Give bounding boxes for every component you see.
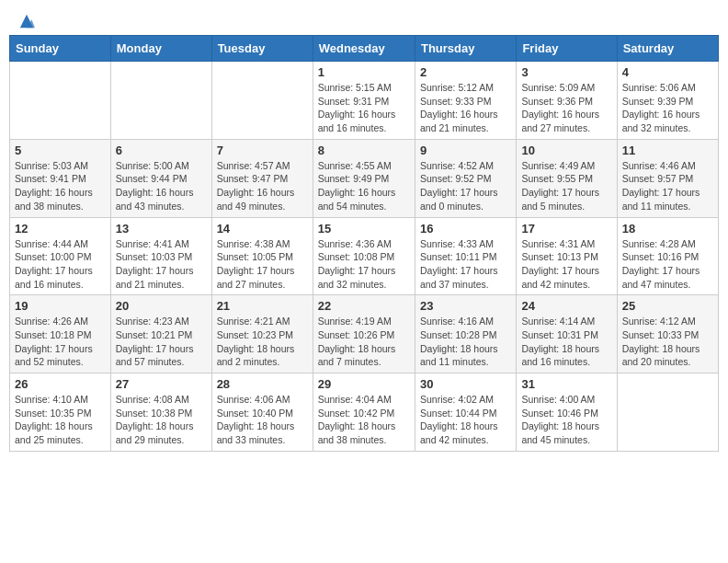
day-number: 15: [318, 222, 410, 236]
calendar-week-row: 12Sunrise: 4:44 AM Sunset: 10:00 PM Dayl…: [10, 217, 719, 295]
calendar-cell: 28Sunrise: 4:06 AM Sunset: 10:40 PM Dayl…: [211, 373, 313, 452]
day-number: 27: [116, 377, 207, 391]
day-number: 12: [15, 222, 106, 236]
calendar-cell: 29Sunrise: 4:04 AM Sunset: 10:42 PM Dayl…: [313, 373, 415, 452]
day-info: Sunrise: 4:57 AM Sunset: 9:47 PM Dayligh…: [217, 159, 308, 213]
day-number: 22: [318, 299, 410, 313]
calendar-cell: 2Sunrise: 5:12 AM Sunset: 9:33 PM Daylig…: [415, 62, 516, 140]
calendar-cell: 5Sunrise: 5:03 AM Sunset: 9:41 PM Daylig…: [10, 139, 111, 217]
day-number: 29: [318, 377, 410, 391]
calendar-cell: 9Sunrise: 4:52 AM Sunset: 9:52 PM Daylig…: [415, 139, 516, 217]
day-info: Sunrise: 4:38 AM Sunset: 10:05 PM Daylig…: [217, 237, 308, 292]
day-number: 16: [420, 222, 511, 236]
day-number: 25: [622, 299, 713, 313]
calendar-week-row: 19Sunrise: 4:26 AM Sunset: 10:18 PM Dayl…: [10, 295, 719, 373]
day-number: 14: [217, 222, 308, 236]
calendar-cell: 17Sunrise: 4:31 AM Sunset: 10:13 PM Dayl…: [517, 217, 617, 295]
calendar-cell: 12Sunrise: 4:44 AM Sunset: 10:00 PM Dayl…: [10, 217, 111, 295]
page-header: [9, 9, 719, 28]
calendar-cell: 7Sunrise: 4:57 AM Sunset: 9:47 PM Daylig…: [211, 139, 313, 217]
calendar-table: SundayMondayTuesdayWednesdayThursdayFrid…: [9, 35, 719, 452]
calendar-cell: 4Sunrise: 5:06 AM Sunset: 9:39 PM Daylig…: [617, 62, 718, 140]
day-number: 2: [420, 65, 511, 79]
day-info: Sunrise: 5:15 AM Sunset: 9:31 PM Dayligh…: [318, 81, 410, 135]
day-info: Sunrise: 4:31 AM Sunset: 10:13 PM Daylig…: [521, 237, 611, 292]
day-info: Sunrise: 4:33 AM Sunset: 10:11 PM Daylig…: [420, 237, 511, 292]
day-info: Sunrise: 4:41 AM Sunset: 10:03 PM Daylig…: [116, 237, 207, 292]
day-number: 13: [116, 222, 207, 236]
calendar-header-row: SundayMondayTuesdayWednesdayThursdayFrid…: [10, 36, 719, 62]
day-number: 3: [521, 65, 611, 79]
calendar-cell: 27Sunrise: 4:08 AM Sunset: 10:38 PM Dayl…: [110, 373, 211, 452]
day-info: Sunrise: 4:49 AM Sunset: 9:55 PM Dayligh…: [521, 159, 611, 213]
day-number: 9: [420, 144, 511, 157]
calendar-cell: 24Sunrise: 4:14 AM Sunset: 10:31 PM Dayl…: [517, 295, 617, 373]
calendar-week-row: 1Sunrise: 5:15 AM Sunset: 9:31 PM Daylig…: [10, 62, 719, 140]
day-number: 30: [420, 377, 511, 391]
calendar-cell: 26Sunrise: 4:10 AM Sunset: 10:35 PM Dayl…: [10, 373, 111, 452]
calendar-week-row: 5Sunrise: 5:03 AM Sunset: 9:41 PM Daylig…: [10, 139, 719, 217]
day-info: Sunrise: 4:21 AM Sunset: 10:23 PM Daylig…: [217, 315, 308, 369]
day-number: 31: [521, 377, 611, 391]
calendar-cell: 30Sunrise: 4:02 AM Sunset: 10:44 PM Dayl…: [415, 373, 516, 452]
calendar-cell: 19Sunrise: 4:26 AM Sunset: 10:18 PM Dayl…: [10, 295, 111, 373]
day-number: 6: [116, 144, 207, 157]
day-header-saturday: Saturday: [617, 36, 718, 62]
day-header-sunday: Sunday: [10, 36, 111, 62]
day-number: 4: [622, 65, 713, 79]
day-info: Sunrise: 4:44 AM Sunset: 10:00 PM Daylig…: [15, 237, 106, 292]
day-info: Sunrise: 4:52 AM Sunset: 9:52 PM Dayligh…: [420, 159, 511, 213]
day-number: 21: [217, 299, 308, 313]
day-number: 20: [116, 299, 207, 313]
day-number: 10: [521, 144, 611, 157]
calendar-cell: 14Sunrise: 4:38 AM Sunset: 10:05 PM Dayl…: [211, 217, 313, 295]
day-header-tuesday: Tuesday: [211, 36, 313, 62]
day-number: 17: [521, 222, 611, 236]
day-info: Sunrise: 4:23 AM Sunset: 10:21 PM Daylig…: [116, 315, 207, 369]
day-info: Sunrise: 4:46 AM Sunset: 9:57 PM Dayligh…: [622, 159, 713, 213]
day-info: Sunrise: 4:04 AM Sunset: 10:42 PM Daylig…: [318, 393, 410, 447]
day-number: 5: [15, 144, 106, 157]
day-number: 7: [217, 144, 308, 157]
calendar-cell: 16Sunrise: 4:33 AM Sunset: 10:11 PM Dayl…: [415, 217, 516, 295]
day-info: Sunrise: 4:28 AM Sunset: 10:16 PM Daylig…: [622, 237, 713, 292]
day-info: Sunrise: 5:09 AM Sunset: 9:36 PM Dayligh…: [521, 81, 611, 135]
day-info: Sunrise: 4:36 AM Sunset: 10:08 PM Daylig…: [318, 237, 410, 292]
calendar-cell: [110, 62, 211, 140]
day-info: Sunrise: 5:06 AM Sunset: 9:39 PM Dayligh…: [622, 81, 713, 135]
logo: [17, 13, 35, 24]
calendar-cell: 11Sunrise: 4:46 AM Sunset: 9:57 PM Dayli…: [617, 139, 718, 217]
day-number: 23: [420, 299, 511, 313]
day-header-thursday: Thursday: [415, 36, 516, 62]
day-number: 11: [622, 144, 713, 157]
day-info: Sunrise: 4:26 AM Sunset: 10:18 PM Daylig…: [15, 315, 106, 369]
day-info: Sunrise: 4:19 AM Sunset: 10:26 PM Daylig…: [318, 315, 410, 369]
calendar-cell: 21Sunrise: 4:21 AM Sunset: 10:23 PM Dayl…: [211, 295, 313, 373]
day-info: Sunrise: 4:16 AM Sunset: 10:28 PM Daylig…: [420, 315, 511, 369]
day-number: 28: [217, 377, 308, 391]
calendar-cell: 10Sunrise: 4:49 AM Sunset: 9:55 PM Dayli…: [517, 139, 617, 217]
day-number: 24: [521, 299, 611, 313]
day-header-wednesday: Wednesday: [313, 36, 415, 62]
day-info: Sunrise: 4:08 AM Sunset: 10:38 PM Daylig…: [116, 393, 207, 447]
day-info: Sunrise: 5:00 AM Sunset: 9:44 PM Dayligh…: [116, 159, 207, 213]
calendar-cell: 8Sunrise: 4:55 AM Sunset: 9:49 PM Daylig…: [313, 139, 415, 217]
day-info: Sunrise: 4:02 AM Sunset: 10:44 PM Daylig…: [420, 393, 511, 447]
day-number: 1: [318, 65, 410, 79]
logo-icon: [18, 13, 35, 29]
calendar-cell: 18Sunrise: 4:28 AM Sunset: 10:16 PM Dayl…: [617, 217, 718, 295]
calendar-cell: [10, 62, 111, 140]
day-info: Sunrise: 4:10 AM Sunset: 10:35 PM Daylig…: [15, 393, 106, 447]
calendar-cell: 6Sunrise: 5:00 AM Sunset: 9:44 PM Daylig…: [110, 139, 211, 217]
calendar-cell: 13Sunrise: 4:41 AM Sunset: 10:03 PM Dayl…: [110, 217, 211, 295]
day-number: 19: [15, 299, 106, 313]
day-info: Sunrise: 5:12 AM Sunset: 9:33 PM Dayligh…: [420, 81, 511, 135]
day-info: Sunrise: 4:00 AM Sunset: 10:46 PM Daylig…: [521, 393, 611, 447]
day-info: Sunrise: 4:55 AM Sunset: 9:49 PM Dayligh…: [318, 159, 410, 213]
day-header-monday: Monday: [110, 36, 211, 62]
calendar-cell: 31Sunrise: 4:00 AM Sunset: 10:46 PM Dayl…: [517, 373, 617, 452]
day-info: Sunrise: 4:12 AM Sunset: 10:33 PM Daylig…: [622, 315, 713, 369]
calendar-cell: 3Sunrise: 5:09 AM Sunset: 9:36 PM Daylig…: [517, 62, 617, 140]
calendar-cell: [211, 62, 313, 140]
day-number: 8: [318, 144, 410, 157]
